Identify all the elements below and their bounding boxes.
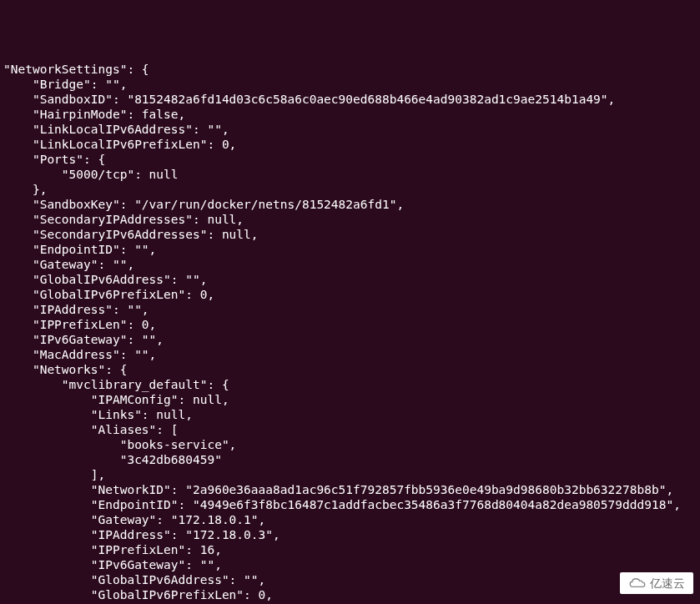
json-line: "GlobalIPv6Address": "", [3, 573, 265, 586]
json-line: "EndpointID": "4949e6f3f8bc16487c1addfac… [3, 498, 681, 511]
json-line: "Gateway": "172.18.0.1", [3, 513, 265, 526]
json-line: "IPv6Gateway": "", [3, 333, 164, 346]
json-line: "Ports": { [3, 153, 105, 166]
json-line: "GlobalIPv6PrefixLen": 0, [3, 288, 214, 301]
json-line: "LinkLocalIPv6PrefixLen": 0, [3, 138, 236, 151]
json-line: "MacAddress": "", [3, 348, 156, 361]
json-line: "GlobalIPv6Address": "", [3, 273, 207, 286]
json-line: "IPAddress": "", [3, 303, 149, 316]
json-line: "GlobalIPv6PrefixLen": 0, [3, 588, 273, 601]
json-line: "IPPrefixLen": 0, [3, 318, 156, 331]
json-line: "3c42db680459" [3, 453, 222, 466]
json-line: "HairpinMode": false, [3, 108, 185, 121]
json-line: "IPv6Gateway": "", [3, 558, 222, 571]
json-line: "LinkLocalIPv6Address": "", [3, 123, 229, 136]
json-line: "EndpointID": "", [3, 243, 156, 256]
json-line: "Gateway": "", [3, 258, 134, 271]
json-line: "mvclibrary_default": { [3, 378, 229, 391]
json-line: "IPAMConfig": null, [3, 393, 229, 406]
json-line: "5000/tcp": null [3, 168, 179, 181]
json-line: "Networks": { [3, 363, 127, 376]
json-line: "IPAddress": "172.18.0.3", [3, 528, 280, 541]
json-line: "SandboxKey": "/var/run/docker/netns/815… [3, 198, 404, 211]
json-line: "Aliases": [ [3, 423, 179, 436]
json-line: }, [3, 183, 47, 196]
json-line: "Bridge": "", [3, 78, 127, 91]
json-line: "SecondaryIPAddresses": null, [3, 213, 244, 226]
json-line: "NetworkID": "2a960e36aaa8ad1ac96c51f792… [3, 483, 673, 496]
json-line: "Links": null, [3, 408, 193, 421]
json-line: "SecondaryIPv6Addresses": null, [3, 228, 259, 241]
cloud-icon [628, 577, 647, 589]
watermark-text: 亿速云 [650, 576, 685, 591]
json-line: "SandboxID": "8152482a6fd14d03c6c58a6c0a… [3, 93, 615, 106]
json-line: "books-service", [3, 438, 236, 451]
json-line: "NetworkSettings": { [3, 63, 149, 76]
terminal-output: "NetworkSettings": { "Bridge": "", "Sand… [0, 60, 700, 604]
watermark-badge: 亿速云 [620, 572, 693, 594]
json-line: ], [3, 468, 105, 481]
json-line: "IPPrefixLen": 16, [3, 543, 222, 556]
